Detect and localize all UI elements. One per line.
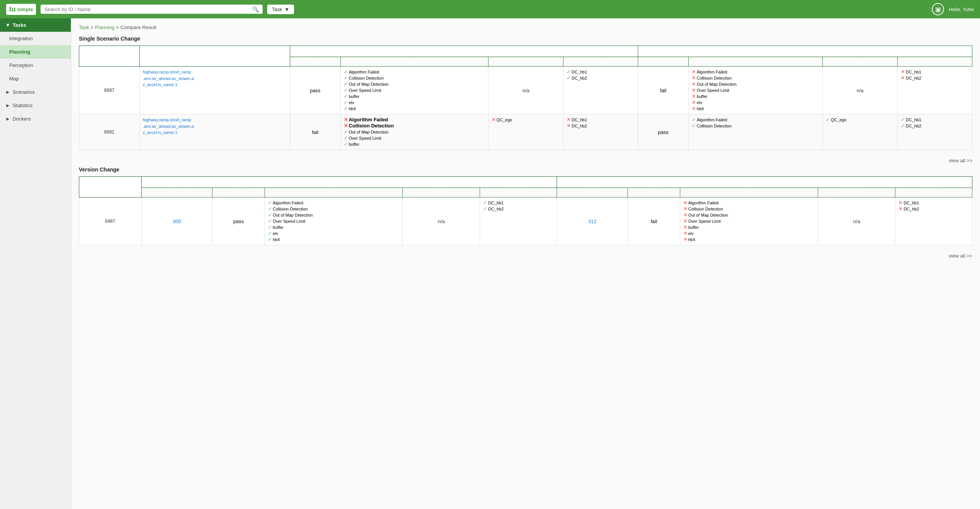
sidebar-item-scenarios[interactable]: ► Scenarios bbox=[0, 85, 71, 99]
scen-name-link[interactable]: highway.ramp.short_ramp.ami.av_ahead.av_… bbox=[143, 70, 194, 87]
metrics-header-1: Metrics bbox=[265, 188, 403, 197]
x-icon: ✕ bbox=[898, 206, 903, 212]
check-icon: ✓ bbox=[901, 123, 905, 129]
search-input[interactable] bbox=[44, 7, 249, 12]
sidebar-item-perception[interactable]: Perception bbox=[0, 59, 71, 72]
sidebar-item-map[interactable]: Map bbox=[0, 72, 71, 85]
single-scenario-table-wrapper: Scen. ID Scen. Name Builder_ACTIVE_07100… bbox=[79, 46, 972, 150]
scen-name-cell: highway.ramp.short_ramp.ami.av_ahead.av_… bbox=[139, 114, 290, 150]
scen-name-link[interactable]: highway.ramp.short_ramp.ami.av_ahead.av_… bbox=[143, 117, 194, 135]
user-greeting: Hello, Yufei bbox=[949, 7, 974, 12]
dc-item: ✓ DC_hb2 bbox=[567, 75, 635, 81]
main-layout: ▼ Tasks Integration Planning Perception … bbox=[0, 18, 980, 509]
metrics-header-1: Metrics bbox=[340, 57, 488, 67]
sidebar-item-label: Perception bbox=[9, 62, 33, 68]
active-qc-cell: ✕ QC_ego bbox=[488, 114, 564, 150]
metric-item: ✓ Over Speed Limit bbox=[344, 135, 485, 141]
check-icon: ✓ bbox=[344, 69, 348, 75]
sidebar-item-statistics[interactable]: ► Statistics bbox=[0, 99, 71, 112]
metric-item: ✕ Algorithm Failed bbox=[683, 200, 815, 206]
monitor-icon[interactable]: ▣ bbox=[932, 3, 944, 15]
scen-id-header: Scen. ID bbox=[79, 177, 142, 197]
x-icon: ✕ bbox=[567, 117, 571, 122]
task-label: Task bbox=[272, 7, 282, 12]
check-icon: ✓ bbox=[344, 87, 348, 93]
search-bar[interactable]: 🔍 bbox=[41, 5, 263, 14]
metric-item: ✓ buffer bbox=[344, 93, 485, 99]
metric-item: ✕ Algorithm Failed bbox=[344, 117, 485, 122]
scen-id-cell: 6487 bbox=[79, 197, 142, 245]
dc-item: ✕ DC_hb2 bbox=[898, 206, 969, 212]
view-all-link[interactable]: view all >> bbox=[949, 158, 972, 163]
view-all-link[interactable]: view all >> bbox=[949, 253, 972, 259]
result-header-2: Result bbox=[638, 57, 688, 67]
metrics-header-2: Metrics bbox=[689, 57, 823, 67]
qc-item: ✓ QC_ego bbox=[826, 117, 894, 122]
metric-item: ✓ Out of Map Detection bbox=[344, 129, 485, 135]
active-result-cell: pass bbox=[290, 67, 340, 114]
sidebar-item-dockers[interactable]: ► Dockers bbox=[0, 112, 71, 126]
dc-item: ✓ DC_hb1 bbox=[901, 117, 969, 122]
result-header-1: Result bbox=[212, 188, 265, 197]
basic-qc-cell: n/a bbox=[818, 197, 895, 245]
metric-item: ✓ Out of Map Detection bbox=[268, 212, 400, 218]
check-icon: ✓ bbox=[567, 69, 571, 75]
x-icon: ✕ bbox=[692, 81, 696, 87]
check-icon: ✓ bbox=[268, 230, 272, 236]
task-dropdown[interactable]: Task ▼ bbox=[267, 5, 294, 14]
breadcrumb-current: Compare Result bbox=[121, 24, 157, 30]
active-dc-cell: ✓ DC_hb1 ✓ DC_hb2 bbox=[564, 67, 638, 114]
single-scenario-view-all: view all >> bbox=[79, 156, 972, 166]
basic-metrics-cell: ✓ Algorithm Failed ✓ Collision Detection bbox=[689, 114, 823, 150]
x-icon: ✕ bbox=[683, 230, 688, 236]
logo: tu simple bbox=[6, 4, 36, 15]
metric-item: ✕ Collision Detection bbox=[692, 75, 819, 81]
history-id-link[interactable]: 312 bbox=[588, 219, 596, 224]
x-icon: ✕ bbox=[344, 117, 348, 122]
dc-item: ✓ DC_hb2 bbox=[483, 206, 553, 212]
x-icon: ✕ bbox=[344, 123, 348, 129]
metric-item: ✓ elv bbox=[268, 230, 400, 236]
scen-id-cell: 6681 bbox=[79, 114, 140, 150]
dc-item: ✕ DC_hb1 bbox=[901, 69, 969, 75]
breadcrumb-task[interactable]: Task bbox=[79, 24, 89, 30]
sidebar-item-integration[interactable]: Integration bbox=[0, 32, 71, 45]
basic-qc-cell: n/a bbox=[823, 67, 898, 114]
metric-item: ✓ Algorithm Failed bbox=[344, 69, 485, 75]
check-icon: ✓ bbox=[268, 200, 272, 206]
x-icon: ✕ bbox=[492, 117, 496, 122]
sidebar-item-label: Statistics bbox=[13, 103, 33, 108]
active-metrics-cell: ✕ Algorithm Failed ✕ Collision Detection… bbox=[340, 114, 488, 150]
breadcrumb-sep1: > bbox=[91, 24, 94, 30]
check-icon: ✓ bbox=[268, 212, 272, 218]
breadcrumb-planning[interactable]: Planning bbox=[95, 24, 114, 30]
sidebar-item-label: Integration bbox=[9, 36, 33, 41]
metric-item: ✓ Over Speed Limit bbox=[344, 87, 485, 93]
qc-item: ✕ QC_ego bbox=[492, 117, 560, 122]
chevron-right-icon: ► bbox=[5, 89, 10, 95]
metric-item: ✕ buffer bbox=[692, 93, 819, 99]
sidebar-section-tasks[interactable]: ▼ Tasks bbox=[0, 18, 71, 32]
sidebar-item-planning[interactable]: Planning bbox=[0, 45, 71, 59]
metric-item: ✕ Out of Map Detection bbox=[683, 212, 815, 218]
history-id-link[interactable]: 300 bbox=[173, 219, 181, 224]
header: tu simple 🔍 Task ▼ ▣ Hello, Yufei bbox=[0, 0, 980, 18]
check-icon: ✓ bbox=[344, 81, 348, 87]
basic-dc-cell: ✕ DC_hb1 ✕ DC_hb2 bbox=[895, 197, 972, 245]
active-history-id-cell: 300 bbox=[141, 197, 212, 245]
x-icon: ✕ bbox=[683, 218, 688, 224]
version-change-view-all: view all >> bbox=[79, 251, 972, 262]
scen-id-header: Scen. ID bbox=[79, 46, 140, 67]
metric-item: ✓ elv bbox=[344, 100, 485, 105]
history-id-header-2: History ID bbox=[557, 188, 628, 197]
qc-header-2: QC Metrics bbox=[818, 188, 895, 197]
metric-item: ✕ Over Speed Limit bbox=[692, 87, 819, 93]
logo-simple: simple bbox=[17, 7, 33, 12]
chevron-right-icon: ► bbox=[5, 103, 10, 108]
basic-result-cell: pass bbox=[638, 114, 688, 150]
check-icon: ✓ bbox=[344, 135, 348, 141]
x-icon: ✕ bbox=[901, 69, 905, 75]
basic-qc-cell: ✓ QC_ego bbox=[823, 114, 898, 150]
table-row: 6487 300 pass ✓ Algorithm Failed ✓ Colli… bbox=[79, 197, 972, 245]
logo-text: tu bbox=[9, 5, 16, 13]
